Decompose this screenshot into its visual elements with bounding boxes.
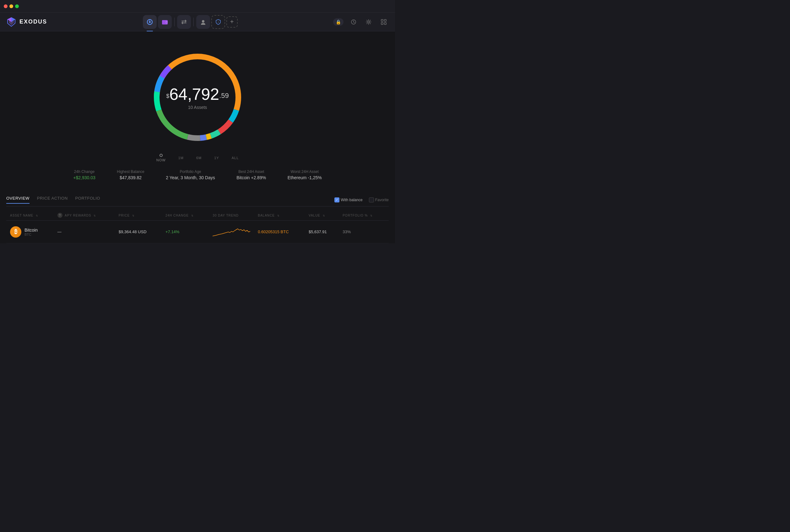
svg-point-5 <box>149 21 151 23</box>
asset-name-text: Bitcoin <box>24 228 38 232</box>
trend-sparkline <box>212 225 250 238</box>
time-all-btn[interactable]: ALL <box>232 156 239 160</box>
col-asset-name[interactable]: ASSET NAME ⇅ <box>6 210 54 221</box>
stat-24h-change: 24h Change +$2,930.03 <box>73 170 95 180</box>
asset-ticker: BTC <box>24 232 38 236</box>
stat-best-asset: Best 24H Asset Bitcoin +2.89% <box>237 170 266 180</box>
tab-overview[interactable]: OVERVIEW <box>6 196 30 204</box>
svg-point-8 <box>166 22 167 23</box>
tab-portfolio[interactable]: PORTFOLIO <box>75 196 100 204</box>
time-1y-btn[interactable]: 1Y <box>214 156 219 160</box>
sort-value[interactable]: ⇅ <box>323 214 325 217</box>
logo: EXODUS <box>6 17 47 27</box>
apy-help-icon[interactable]: ? <box>57 213 62 218</box>
cell-asset-name: ₿ Bitcoin BTC <box>6 221 54 243</box>
sort-price[interactable]: ⇅ <box>132 214 135 217</box>
stat-24h-label: 24h Change <box>73 170 95 174</box>
logo-text: EXODUS <box>19 19 47 25</box>
nav-center: + + <box>143 15 238 29</box>
sort-24h[interactable]: ⇅ <box>191 214 194 217</box>
stat-portfolio-age: Portfolio Age 2 Year, 3 Month, 30 Days <box>166 170 215 180</box>
stat-best-value: Bitcoin +2.89% <box>237 175 266 180</box>
time-6m-btn[interactable]: 6M <box>196 156 202 160</box>
titlebar <box>0 0 395 13</box>
svg-point-12 <box>368 21 370 23</box>
stat-highest-label: Highest Balance <box>117 170 144 174</box>
balance-value: 0.60205315 BTC <box>258 229 288 234</box>
stat-worst-label: Worst 24H Asset <box>288 170 322 174</box>
col-value[interactable]: VALUE ⇅ <box>305 210 339 221</box>
time-now-dot <box>159 154 163 157</box>
tab-price-action[interactable]: PRICE ACTION <box>37 196 68 204</box>
amount-cents: .59 <box>219 92 229 99</box>
stat-worst-asset: Worst 24H Asset Ethereum -1,25% <box>288 170 322 180</box>
svg-rect-13 <box>381 19 383 21</box>
minimize-button[interactable] <box>10 4 13 8</box>
sort-asset-name[interactable]: ⇅ <box>36 214 38 217</box>
cell-price: $9,364.48 USD <box>115 221 162 243</box>
col-price[interactable]: PRICE ⇅ <box>115 210 162 221</box>
table-tabs: OVERVIEW PRICE ACTION PORTFOLIO ✓ With b… <box>6 196 389 207</box>
col-portfolio-pct[interactable]: PORTFOLIO % ⇅ <box>339 210 389 221</box>
stat-worst-value: Ethereum -1,25% <box>288 175 322 180</box>
grid-btn[interactable] <box>379 17 389 27</box>
with-balance-label: With balance <box>341 198 362 202</box>
col-balance[interactable]: BALANCE ⇅ <box>254 210 305 221</box>
with-balance-check-icon: ✓ <box>334 197 339 203</box>
sort-portfolio[interactable]: ⇅ <box>370 214 373 217</box>
exodus-logo-icon <box>6 17 16 27</box>
lock-icon: 🔒 <box>336 19 341 24</box>
asset-table: ASSET NAME ⇅ ? APY REWARDS ⇅ PRICE ⇅ 24H… <box>6 210 389 243</box>
svg-point-9 <box>202 20 204 23</box>
favorite-checkbox[interactable]: Favorite <box>369 197 389 203</box>
table-section: OVERVIEW PRICE ACTION PORTFOLIO ✓ With b… <box>0 196 395 243</box>
main-content: $64,792.59 10 Assets NOW 1M 6M 1Y ALL 24… <box>0 32 395 243</box>
time-1m-btn[interactable]: 1M <box>178 156 184 160</box>
donut-center: $64,792.59 10 Assets <box>166 85 229 110</box>
with-balance-filter: ✓ With balance Favorite <box>334 197 389 203</box>
cell-trend <box>209 221 254 243</box>
svg-rect-15 <box>381 23 383 24</box>
col-24h-change[interactable]: 24H CHANGE ⇅ <box>162 210 209 221</box>
stat-highest-balance: Highest Balance $47,839.82 <box>117 170 144 180</box>
nav-wallet-btn[interactable] <box>158 15 172 29</box>
nav-earn-btn[interactable]: + <box>211 15 225 29</box>
apy-value: — <box>57 229 61 234</box>
nav-nft-btn[interactable] <box>196 15 210 29</box>
nav-add-btn[interactable]: + <box>226 16 238 27</box>
lock-toggle-btn[interactable]: 🔒 <box>333 18 343 26</box>
nav-divider-2 <box>193 18 194 26</box>
portfolio-pct-value: 33% <box>342 229 351 234</box>
amount-main: 64,792 <box>169 85 219 103</box>
stat-24h-value: +$2,930.03 <box>73 175 95 180</box>
top-nav: EXODUS <box>0 13 395 32</box>
btc-icon: ₿ <box>10 226 21 238</box>
cell-24h-change: +7.14% <box>162 221 209 243</box>
nav-portfolio-btn[interactable] <box>143 15 157 29</box>
traffic-lights <box>4 4 19 8</box>
svg-rect-16 <box>384 23 386 24</box>
col-apy-rewards[interactable]: ? APY REWARDS ⇅ <box>54 210 115 221</box>
time-now-label: NOW <box>156 158 166 162</box>
svg-text:+: + <box>217 21 219 23</box>
amount-currency: $ <box>166 93 169 99</box>
stats-row: 24h Change +$2,930.03 Highest Balance $4… <box>56 170 339 180</box>
with-balance-checkbox[interactable]: ✓ With balance <box>334 197 362 203</box>
chart-area: $64,792.59 10 Assets NOW 1M 6M 1Y ALL 24… <box>0 41 395 186</box>
sort-apy[interactable]: ⇅ <box>94 214 96 217</box>
settings-btn[interactable] <box>363 17 374 27</box>
stat-age-value: 2 Year, 3 Month, 30 Days <box>166 175 215 180</box>
change-value: +7.14% <box>166 229 179 234</box>
maximize-button[interactable] <box>15 4 19 8</box>
time-now: NOW <box>156 154 166 162</box>
svg-rect-14 <box>384 19 386 21</box>
table-row[interactable]: ₿ Bitcoin BTC — $9,364.48 USD <box>6 221 389 243</box>
stat-best-label: Best 24H Asset <box>237 170 266 174</box>
donut-chart: $64,792.59 10 Assets <box>147 47 248 148</box>
history-btn[interactable] <box>349 17 359 27</box>
cell-portfolio-pct: 33% <box>339 221 389 243</box>
close-button[interactable] <box>4 4 7 8</box>
nav-exchange-btn[interactable] <box>177 15 191 29</box>
sort-balance[interactable]: ⇅ <box>277 214 280 217</box>
cell-value: $5,637.91 <box>305 221 339 243</box>
